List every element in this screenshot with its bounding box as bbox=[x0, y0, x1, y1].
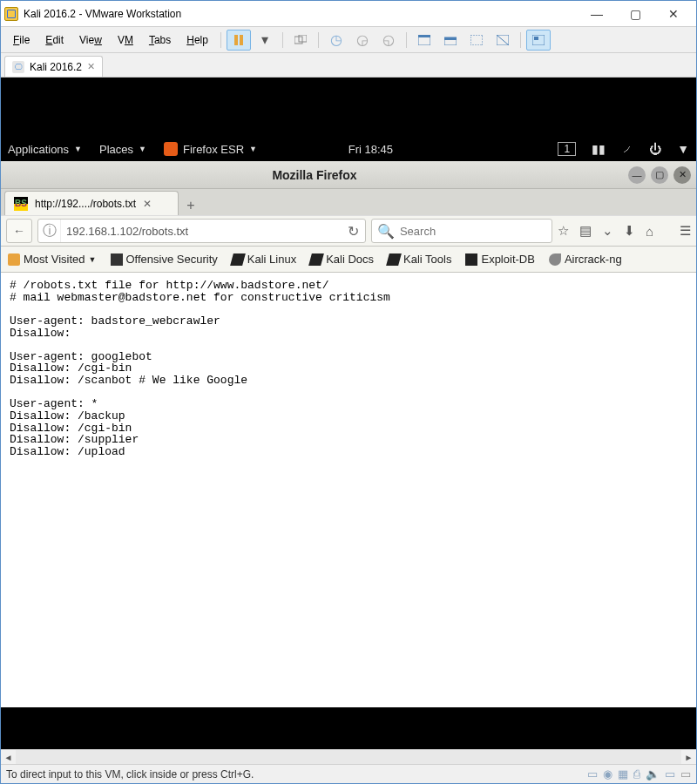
kali-places-menu[interactable]: Places▼ bbox=[99, 143, 146, 156]
firefox-minimize-button[interactable]: — bbox=[628, 166, 646, 184]
firefox-navbar: ← ⓘ ↻ 🔍 ☆ ▤ ⌄ ⬇ ⌂ ☰ bbox=[1, 215, 696, 247]
page-content: # /robots.txt file for http://www.badsto… bbox=[1, 273, 696, 707]
menu-file[interactable]: File bbox=[6, 30, 37, 50]
firefox-close-button[interactable]: ✕ bbox=[673, 166, 691, 184]
vmware-device-icons: ▭ ◉ ▦ ⎙ 🔈 ▭ ▭ bbox=[587, 767, 691, 781]
vm-tab-kali[interactable]: 🖵 Kali 2016.2 ✕ bbox=[4, 56, 103, 77]
scroll-left-icon[interactable]: ◄ bbox=[1, 750, 16, 765]
kali-applications-menu[interactable]: Applications▼ bbox=[8, 143, 82, 156]
system-dropdown-icon[interactable]: ▼ bbox=[677, 142, 689, 156]
minimize-button[interactable]: — bbox=[578, 2, 616, 26]
vm-tab-label: Kali 2016.2 bbox=[30, 61, 82, 73]
bookmark-label: Kali Tools bbox=[403, 253, 451, 266]
folder-icon bbox=[8, 253, 20, 266]
bookmark-star-icon[interactable]: ☆ bbox=[558, 223, 569, 239]
navbar-right-icons: ☆ ▤ ⌄ ⬇ ⌂ ☰ bbox=[558, 223, 691, 239]
menu-vm[interactable]: VM bbox=[111, 30, 140, 50]
host-horizontal-scrollbar[interactable]: ◄ ► bbox=[1, 749, 696, 764]
svg-rect-5 bbox=[418, 35, 430, 37]
new-tab-button[interactable]: + bbox=[179, 196, 203, 215]
kali-active-app[interactable]: Firefox ESR▼ bbox=[164, 142, 257, 156]
bookmark-kali-tools[interactable]: Kali Tools bbox=[388, 253, 451, 266]
identity-icon[interactable]: ⓘ bbox=[38, 220, 61, 242]
bookmark-kali-linux[interactable]: Kali Linux bbox=[232, 253, 296, 266]
pause-vm-button[interactable] bbox=[227, 30, 251, 51]
bookmark-kali-docs[interactable]: Kali Docs bbox=[310, 253, 374, 266]
kali-active-app-label: Firefox ESR bbox=[183, 143, 244, 156]
vm-tab-close-icon[interactable]: ✕ bbox=[87, 61, 95, 72]
printer-icon[interactable]: ⎙ bbox=[633, 767, 640, 781]
offsec-icon bbox=[111, 253, 123, 266]
snapshot-manage-button[interactable]: ◵ bbox=[376, 30, 401, 51]
vmware-window-title: Kali 2016.2 - VMware Workstation bbox=[24, 8, 578, 20]
bookmark-label: Offensive Security bbox=[126, 253, 218, 266]
snapshot-revert-button[interactable]: ◶ bbox=[350, 30, 375, 51]
power-dropdown-icon[interactable]: ▾ bbox=[253, 30, 277, 51]
svg-rect-7 bbox=[444, 37, 457, 40]
snapshot-take-button[interactable]: ◷ bbox=[324, 30, 348, 51]
workspace-indicator[interactable]: 1 bbox=[558, 142, 576, 156]
reload-button[interactable]: ↻ bbox=[342, 223, 365, 240]
firefox-tab-active[interactable]: http://192..../robots.txt ✕ bbox=[4, 191, 179, 215]
vmware-statusbar: To direct input to this VM, click inside… bbox=[1, 764, 696, 783]
firefox-maximize-button[interactable]: ▢ bbox=[651, 166, 668, 184]
video-icon[interactable]: ▮▮ bbox=[592, 142, 606, 156]
bookmark-label: Most Visited bbox=[24, 253, 85, 266]
bookmark-aircrack[interactable]: Aircrack-ng bbox=[549, 253, 622, 266]
bookmark-offensive-security[interactable]: Offensive Security bbox=[111, 253, 218, 266]
scroll-track[interactable] bbox=[16, 750, 681, 764]
bookmark-exploit-db[interactable]: Exploit-DB bbox=[465, 253, 534, 266]
view-thumbnail-button[interactable] bbox=[526, 30, 551, 51]
bookmark-label: Exploit-DB bbox=[481, 253, 534, 266]
downloads-icon[interactable]: ⬇ bbox=[624, 223, 635, 239]
maximize-button[interactable]: ▢ bbox=[616, 2, 654, 26]
vmware-status-text: To direct input to this VM, click inside… bbox=[6, 768, 254, 781]
view-console-button[interactable] bbox=[464, 30, 489, 51]
search-bar[interactable]: 🔍 bbox=[371, 219, 552, 243]
bookmarks-toolbar: Most Visited▼ Offensive Security Kali Li… bbox=[1, 247, 696, 273]
menu-view[interactable]: View bbox=[72, 30, 109, 50]
send-ctrlaltdel-button[interactable] bbox=[288, 30, 313, 51]
url-bar[interactable]: ⓘ ↻ bbox=[37, 219, 366, 243]
kali-clock[interactable]: Fri 18:45 bbox=[348, 143, 393, 156]
view-unity-button[interactable] bbox=[438, 30, 463, 51]
vmware-tabbar: 🖵 Kali 2016.2 ✕ bbox=[1, 53, 696, 78]
search-input[interactable] bbox=[400, 225, 546, 238]
exploitdb-icon bbox=[465, 253, 477, 266]
site-favicon bbox=[14, 197, 28, 211]
power-icon[interactable]: ⏻ bbox=[649, 142, 661, 156]
menu-edit[interactable]: Edit bbox=[38, 30, 71, 50]
guest-viewport[interactable]: Applications▼ Places▼ Firefox ESR▼ Fri 1… bbox=[1, 78, 696, 749]
url-input[interactable] bbox=[61, 225, 342, 238]
kali-clock-label: Fri 18:45 bbox=[348, 143, 393, 156]
firefox-icon bbox=[164, 142, 178, 156]
sound-icon[interactable]: 🔈 bbox=[646, 767, 660, 781]
bookmark-label: Kali Docs bbox=[326, 253, 374, 266]
svg-rect-12 bbox=[534, 37, 538, 40]
pocket-icon[interactable]: ⌄ bbox=[602, 223, 613, 239]
home-icon[interactable]: ⌂ bbox=[646, 224, 653, 239]
back-button[interactable]: ← bbox=[6, 219, 32, 243]
vmware-window: Kali 2016.2 - VMware Workstation — ▢ ✕ F… bbox=[0, 0, 697, 784]
harddisk-icon[interactable]: ▭ bbox=[587, 767, 598, 781]
view-stretch-button[interactable] bbox=[491, 30, 515, 51]
menu-tabs[interactable]: Tabs bbox=[142, 30, 178, 50]
display-icon[interactable]: ▭ bbox=[665, 767, 675, 781]
message-log-icon[interactable]: ▭ bbox=[680, 767, 691, 781]
scroll-right-icon[interactable]: ► bbox=[681, 750, 696, 765]
tools-icon[interactable]: ⟋ bbox=[621, 142, 633, 156]
bookmarks-list-icon[interactable]: ▤ bbox=[579, 223, 592, 239]
vmware-titlebar: Kali 2016.2 - VMware Workstation — ▢ ✕ bbox=[1, 1, 696, 27]
svg-rect-1 bbox=[240, 35, 243, 45]
cdrom-icon[interactable]: ◉ bbox=[603, 767, 612, 781]
kali-icon bbox=[386, 253, 402, 266]
hamburger-menu-icon[interactable]: ☰ bbox=[680, 223, 691, 239]
bookmark-most-visited[interactable]: Most Visited▼ bbox=[8, 253, 97, 266]
view-fullscreen-button[interactable] bbox=[412, 30, 436, 51]
aircrack-icon bbox=[549, 253, 561, 266]
svg-line-10 bbox=[497, 35, 509, 45]
network-icon[interactable]: ▦ bbox=[618, 767, 628, 781]
firefox-tab-close-icon[interactable]: ✕ bbox=[143, 198, 152, 210]
close-button[interactable]: ✕ bbox=[654, 2, 693, 26]
menu-help[interactable]: Help bbox=[179, 30, 215, 50]
